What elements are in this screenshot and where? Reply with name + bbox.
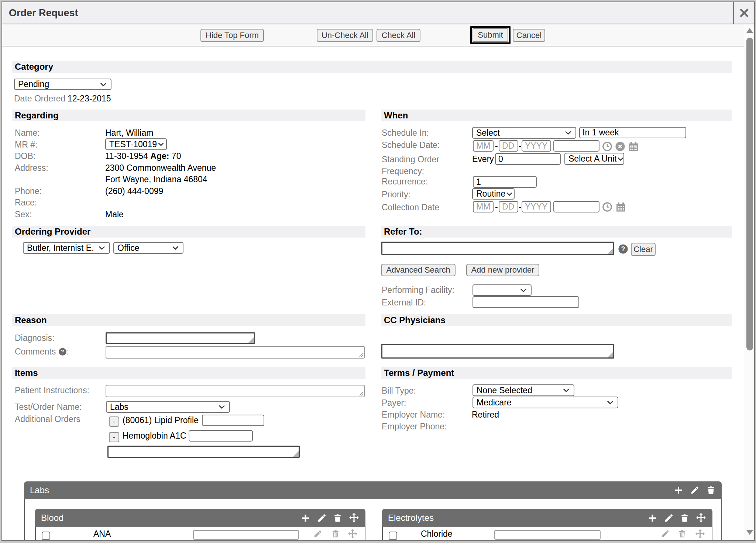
ordering-provider-select[interactable]: Butler, Internist E. (23, 242, 110, 254)
delete-icon[interactable] (333, 513, 342, 523)
collection-calendar-icon[interactable] (615, 201, 626, 212)
schedule-date-mm-input[interactable] (473, 140, 494, 152)
sex-label: Sex: (15, 209, 32, 220)
mr-select-value: TEST-10019 (109, 139, 157, 149)
payer-select-value: Medicare (477, 398, 512, 408)
comments-textarea[interactable] (106, 347, 364, 358)
schedule-date-yyyy-input[interactable] (522, 140, 551, 152)
lab-row-checkbox[interactable] (389, 532, 397, 540)
performing-facility-label: Performing Facility: (382, 284, 454, 296)
edit-icon[interactable] (690, 485, 700, 495)
order-search-field[interactable] (107, 446, 300, 458)
category-select[interactable]: Pending (14, 79, 111, 90)
move-icon[interactable] (695, 512, 707, 523)
add-new-provider-button[interactable]: Add new provider (466, 264, 539, 276)
move-icon[interactable] (347, 529, 358, 539)
comments-help-icon[interactable]: ? (58, 347, 67, 356)
schedule-calendar-icon[interactable] (628, 141, 639, 152)
delete-icon[interactable] (680, 513, 689, 523)
refer-to-input[interactable] (382, 243, 613, 254)
remove-order-button[interactable]: - (109, 432, 119, 442)
advanced-search-button[interactable]: Advanced Search (381, 264, 456, 276)
lab-row-checkbox[interactable] (42, 532, 50, 540)
diagnosis-field[interactable] (106, 332, 255, 344)
payer-select[interactable]: Medicare (472, 397, 618, 408)
comments-field[interactable] (106, 346, 365, 359)
collection-clock-icon[interactable] (602, 202, 612, 212)
edit-icon[interactable] (313, 529, 322, 539)
unit-select[interactable]: Select A Unit (564, 153, 624, 165)
dob-label: DOB: (15, 151, 35, 162)
move-icon[interactable] (348, 512, 360, 523)
order-search-input[interactable] (109, 447, 299, 457)
test-order-select[interactable]: Labs (106, 401, 230, 413)
schedule-time-input[interactable] (553, 140, 599, 152)
collection-date-label: Collection Date (382, 202, 439, 213)
date-dash: - (519, 140, 522, 152)
schedule-date-label: Schedule Date: (382, 139, 440, 151)
submit-button[interactable]: Submit (472, 28, 508, 42)
patient-instructions-textarea[interactable] (106, 385, 364, 397)
chevron-down-icon (99, 80, 108, 89)
scrollbar-up-arrow[interactable] (746, 28, 753, 33)
add-icon[interactable] (300, 513, 310, 523)
hide-top-form-button[interactable]: Hide Top Form (200, 29, 264, 42)
delete-icon[interactable] (706, 485, 716, 495)
cancel-button[interactable]: Cancel (513, 29, 545, 42)
priority-select[interactable]: Routine (472, 188, 515, 200)
resize-grip (608, 352, 613, 357)
collection-date-mm-input[interactable] (473, 201, 494, 212)
schedule-in-select-value: Select (476, 128, 500, 138)
order-item-input[interactable] (189, 430, 253, 442)
close-button[interactable] (733, 2, 754, 24)
schedule-in-input[interactable] (579, 127, 686, 138)
every-label: Every (472, 153, 494, 165)
external-id-input[interactable] (472, 296, 579, 308)
provider-location-select[interactable]: Office (113, 242, 183, 254)
additional-orders-label: Additional Orders (15, 414, 80, 425)
clear-button[interactable]: Clear (631, 243, 656, 256)
schedule-in-select[interactable]: Select (472, 127, 576, 139)
svg-text:?: ? (61, 349, 64, 354)
uncheck-all-button[interactable]: Un-Check All (317, 29, 373, 42)
collection-time-input[interactable] (553, 201, 599, 212)
every-input[interactable] (495, 153, 561, 165)
remove-order-button[interactable]: - (109, 416, 119, 427)
edit-icon[interactable] (660, 529, 670, 539)
performing-facility-select[interactable] (472, 284, 532, 296)
name-label: Name: (15, 127, 40, 139)
recurrence-input[interactable] (473, 176, 537, 188)
refer-to-field[interactable] (381, 242, 614, 255)
scrollbar-thumb[interactable] (746, 38, 753, 350)
schedule-clock-icon[interactable] (602, 141, 612, 152)
standing-order-label-line1: Standing Order (382, 154, 439, 165)
delete-icon[interactable] (678, 529, 687, 538)
bill-type-select[interactable]: None Selected (472, 384, 574, 396)
cc-physicians-textarea[interactable] (382, 345, 613, 357)
dialog-title: Order Request (9, 2, 78, 24)
edit-icon[interactable] (317, 513, 327, 523)
lab-row-input[interactable] (494, 530, 601, 540)
check-all-button[interactable]: Check All (377, 29, 420, 42)
mr-select[interactable]: TEST-10019 (105, 138, 167, 150)
chevron-down-icon (562, 386, 571, 395)
delete-icon[interactable] (331, 529, 340, 538)
diagnosis-input[interactable] (107, 333, 254, 343)
schedule-clear-date-icon[interactable] (615, 141, 625, 152)
add-icon[interactable] (674, 485, 683, 495)
move-icon[interactable] (695, 529, 705, 539)
add-icon[interactable] (647, 513, 657, 523)
category-select-value: Pending (18, 79, 49, 89)
scrollbar-down-arrow[interactable] (746, 530, 753, 535)
patient-instructions-field[interactable] (106, 385, 365, 397)
lab-row-input[interactable] (193, 530, 299, 540)
edit-icon[interactable] (664, 513, 674, 523)
labs-panel-header: Labs (24, 481, 722, 499)
cc-physicians-field[interactable] (381, 344, 614, 359)
refer-to-help-icon[interactable]: ? (618, 244, 628, 254)
when-section-header: When (381, 110, 732, 121)
collection-date-dd-input[interactable] (499, 201, 518, 212)
collection-date-yyyy-input[interactable] (522, 201, 551, 212)
order-item-input[interactable] (202, 415, 264, 426)
schedule-date-dd-input[interactable] (499, 140, 518, 152)
